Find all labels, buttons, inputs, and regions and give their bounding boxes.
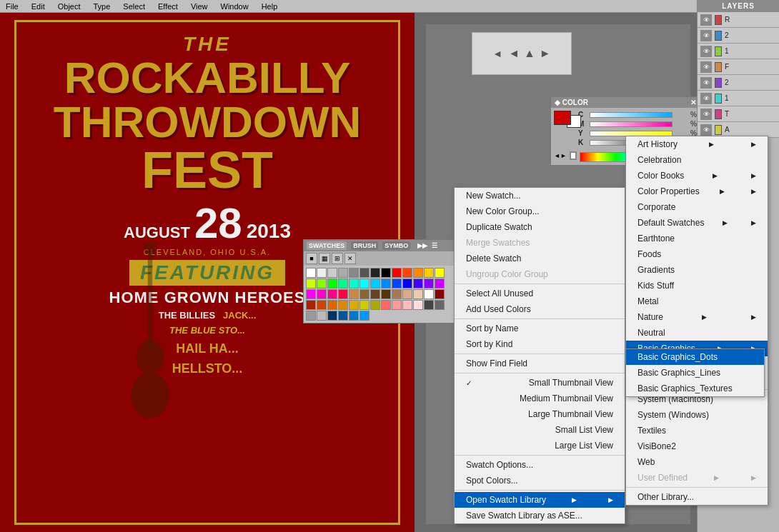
layer-item-2[interactable]: 👁 1	[698, 44, 779, 59]
layer-item-1[interactable]: 👁 2	[698, 28, 779, 44]
swatch-cell[interactable]	[370, 278, 380, 288]
ctx-add-used-colors[interactable]: Add Used Colors	[455, 301, 625, 317]
swatch-cell[interactable]	[392, 268, 402, 278]
submenu-kids-stuff[interactable]: Kids Stuff	[626, 278, 768, 293]
thumb-prev-arrow[interactable]: ◄	[492, 48, 502, 59]
swatch-cell[interactable]	[359, 311, 369, 321]
ctx-open-swatch-library[interactable]: Open Swatch Library ▶	[455, 492, 625, 508]
layer-item-5[interactable]: 👁 1	[698, 91, 779, 106]
swatch-cell[interactable]	[413, 289, 423, 299]
ctx-delete-swatch[interactable]: Delete Swatch	[455, 251, 625, 266]
layer-item-0[interactable]: 👁 R	[698, 12, 779, 28]
swatch-cell[interactable]	[381, 268, 391, 278]
swatch-cell[interactable]	[327, 278, 337, 288]
layer-eye-4[interactable]: 👁	[700, 77, 712, 89]
swatches-menu-btn[interactable]: ☰	[432, 242, 437, 249]
ctx-new-swatch[interactable]: New Swatch...	[455, 188, 625, 204]
swatch-cell[interactable]	[413, 268, 423, 278]
menu-select[interactable]: Select	[121, 2, 147, 11]
ctx-sort-by-name[interactable]: Sort by Name	[455, 321, 625, 336]
layer-eye-0[interactable]: 👁	[700, 14, 712, 26]
submenu-art-history[interactable]: Art History ▶	[626, 136, 768, 152]
layer-eye-7[interactable]: 👁	[700, 124, 712, 136]
submenu-visibone2[interactable]: VisiBone2	[626, 438, 768, 454]
swatch-cell[interactable]	[392, 300, 402, 310]
swatch-cell[interactable]	[338, 311, 348, 321]
submenu-earthtone[interactable]: Earthtone	[626, 231, 768, 246]
swatches-more-btn[interactable]: ▶▶	[417, 242, 427, 249]
ctx-small-list[interactable]: Small List View	[455, 422, 625, 438]
swatch-cell[interactable]	[349, 311, 359, 321]
swatch-cell[interactable]	[359, 289, 369, 299]
swatch-cell[interactable]	[317, 278, 327, 288]
color-none-box[interactable]	[570, 151, 577, 160]
submenu-gradients[interactable]: Gradients	[626, 262, 768, 278]
submenu-neutral[interactable]: Neutral	[626, 325, 768, 341]
layer-eye-6[interactable]: 👁	[700, 109, 712, 120]
swatch-cell[interactable]	[370, 289, 380, 299]
submenu-color-properties[interactable]: Color Properties ▶	[626, 184, 768, 199]
swatch-cell[interactable]	[392, 278, 402, 288]
tab-symbo[interactable]: SYMBO	[382, 241, 410, 250]
submenu-default-swatches[interactable]: Default Swatches ▶	[626, 215, 768, 231]
swatch-cell[interactable]	[349, 300, 359, 310]
swatch-cell[interactable]	[424, 289, 434, 299]
swatch-cell[interactable]	[435, 289, 445, 299]
submenu-celebration[interactable]: Celebration	[626, 152, 768, 168]
ctx-save-swatch-library[interactable]: Save Swatch Library as ASE...	[455, 508, 625, 523]
submenu-foods[interactable]: Foods	[626, 246, 768, 262]
layer-eye-2[interactable]: 👁	[700, 46, 712, 57]
tab-swatches[interactable]: SWATCHES	[307, 241, 347, 250]
swatch-gradient[interactable]: ▦	[319, 253, 330, 264]
submenu-bg-dots[interactable]: Basic Graphics_Dots	[626, 349, 764, 365]
swatch-cell[interactable]	[359, 300, 369, 310]
layer-eye-1[interactable]: 👁	[700, 30, 712, 41]
menu-object[interactable]: Object	[56, 2, 83, 11]
ctx-select-all-unused[interactable]: Select All Unused	[455, 286, 625, 301]
layer-eye-5[interactable]: 👁	[700, 93, 712, 104]
swatch-cell[interactable]	[402, 289, 412, 299]
color-panel-close[interactable]: ✕	[690, 99, 696, 106]
menu-window[interactable]: Window	[219, 2, 251, 11]
swatch-cell[interactable]	[381, 289, 391, 299]
menu-effect[interactable]: Effect	[156, 2, 180, 11]
layer-eye-3[interactable]: 👁	[700, 61, 712, 73]
swatch-cell[interactable]	[338, 300, 348, 310]
swatch-cell[interactable]	[424, 268, 434, 278]
submenu-metal[interactable]: Metal	[626, 293, 768, 309]
swatch-cell[interactable]	[381, 278, 391, 288]
ctx-show-find-field[interactable]: Show Find Field	[455, 356, 625, 371]
swatch-cell[interactable]	[381, 300, 391, 310]
swatch-cell[interactable]	[327, 300, 337, 310]
layer-item-3[interactable]: 👁 F	[698, 59, 779, 75]
swatch-cell[interactable]	[306, 289, 316, 299]
swatch-cell[interactable]	[349, 278, 359, 288]
submenu-web[interactable]: Web	[626, 454, 768, 470]
submenu-textiles[interactable]: Textiles	[626, 423, 768, 438]
swatch-cell[interactable]	[317, 300, 327, 310]
ctx-duplicate-swatch[interactable]: Duplicate Swatch	[455, 219, 625, 235]
swatch-cell[interactable]	[435, 300, 445, 310]
swatch-cell[interactable]	[349, 268, 359, 278]
swatch-pattern[interactable]: ⊞	[332, 253, 343, 264]
thumb-nav-1[interactable]: ◄	[508, 47, 520, 60]
swatch-cell[interactable]	[306, 268, 316, 278]
swatch-cell[interactable]	[327, 311, 337, 321]
submenu-color-books[interactable]: Color Books ▶	[626, 168, 768, 184]
menu-help[interactable]: Help	[259, 2, 280, 11]
swatch-cell[interactable]	[413, 300, 423, 310]
thumb-nav-2[interactable]: ▲	[524, 47, 535, 60]
swatch-cell[interactable]	[306, 300, 316, 310]
swatch-cell[interactable]	[402, 300, 412, 310]
submenu-bg-lines[interactable]: Basic Graphics_Lines	[626, 365, 764, 381]
swatch-cell[interactable]	[338, 268, 348, 278]
ctx-small-thumbnail[interactable]: ✓ Small Thumbnail View	[455, 375, 625, 391]
submenu-bg-textures[interactable]: Basic Graphics_Textures	[626, 381, 764, 396]
layer-item-4[interactable]: 👁 2	[698, 75, 779, 91]
swatch-cell[interactable]	[392, 289, 402, 299]
swatch-cell[interactable]	[370, 268, 380, 278]
menu-type[interactable]: Type	[91, 2, 113, 11]
submenu-corporate[interactable]: Corporate	[626, 199, 768, 215]
slider-c-track[interactable]	[590, 112, 673, 118]
swatch-cell[interactable]	[349, 289, 359, 299]
